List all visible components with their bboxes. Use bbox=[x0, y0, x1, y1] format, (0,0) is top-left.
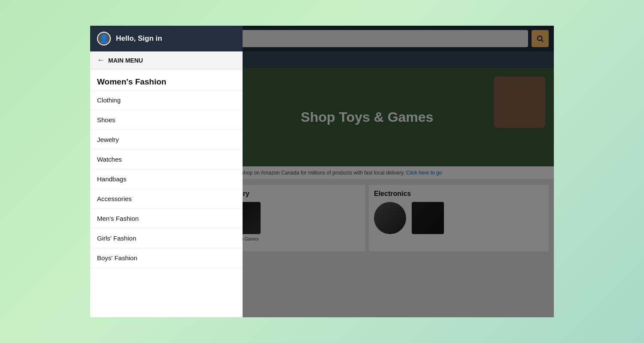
sidebar-item-clothing[interactable]: Clothing bbox=[90, 90, 243, 110]
sidebar-item-label-accessories: Accessories bbox=[97, 195, 132, 202]
sidebar-item-accessories[interactable]: Accessories bbox=[90, 189, 243, 209]
back-arrow-icon: ← bbox=[97, 56, 105, 65]
svg-point-0 bbox=[538, 36, 542, 41]
sidebar-item-jewelry[interactable]: Jewelry bbox=[90, 130, 243, 150]
sidebar-item-label-girls-fashion: Girls' Fashion bbox=[97, 235, 136, 242]
sidebar-item-label-handbags: Handbags bbox=[97, 175, 126, 183]
search-bar[interactable] bbox=[204, 30, 528, 47]
sidebar-item-label-mens-fashion: Men's Fashion bbox=[97, 215, 139, 222]
sidebar-content: Women's Fashion Clothing Shoes Jewelry W… bbox=[90, 69, 243, 317]
main-menu-back[interactable]: ← MAIN MENU bbox=[90, 51, 243, 69]
sidebar-item-label-jewelry: Jewelry bbox=[97, 136, 119, 143]
electronics-1-image bbox=[374, 202, 406, 234]
sidebar-item-watches[interactable]: Watches bbox=[90, 150, 243, 169]
section-title: Women's Fashion bbox=[90, 69, 243, 90]
sidebar-item-label-clothing: Clothing bbox=[97, 96, 121, 104]
category-electronics-2[interactable] bbox=[412, 202, 446, 237]
avatar: 👤 bbox=[97, 32, 111, 45]
electronics-2-image bbox=[412, 202, 444, 234]
svg-line-1 bbox=[541, 40, 543, 42]
avatar-icon: 👤 bbox=[99, 34, 109, 43]
sidebar-item-mens-fashion[interactable]: Men's Fashion bbox=[90, 209, 243, 229]
sidebar-item-label-shoes: Shoes bbox=[97, 116, 115, 123]
electronics-title: Electronics bbox=[374, 190, 544, 198]
sidebar-item-girls-fashion[interactable]: Girls' Fashion bbox=[90, 229, 243, 248]
marquee-link[interactable]: Click here to go bbox=[406, 170, 442, 176]
sidebar-header: 👤 Hello, Sign in bbox=[90, 26, 243, 51]
greeting-text[interactable]: Hello, Sign in bbox=[116, 34, 162, 43]
sidebar-item-shoes[interactable]: Shoes bbox=[90, 110, 243, 130]
banner-figure-right bbox=[494, 76, 545, 128]
sidebar-item-handbags[interactable]: Handbags bbox=[90, 169, 243, 189]
search-icon bbox=[536, 35, 544, 42]
sidebar-item-label-boys-fashion: Boys' Fashion bbox=[97, 254, 137, 262]
main-menu-label: MAIN MENU bbox=[108, 57, 143, 64]
sidebar-panel: 👤 Hello, Sign in ← MAIN MENU Women's Fas… bbox=[90, 26, 243, 317]
banner-text: Shop Toys & Games bbox=[301, 109, 434, 125]
search-button[interactable] bbox=[532, 30, 549, 47]
sidebar-item-label-watches: Watches bbox=[97, 156, 122, 163]
category-electronics-1[interactable] bbox=[374, 202, 408, 237]
sidebar-item-boys-fashion[interactable]: Boys' Fashion bbox=[90, 248, 243, 268]
electronics-card: Electronics bbox=[369, 185, 549, 251]
